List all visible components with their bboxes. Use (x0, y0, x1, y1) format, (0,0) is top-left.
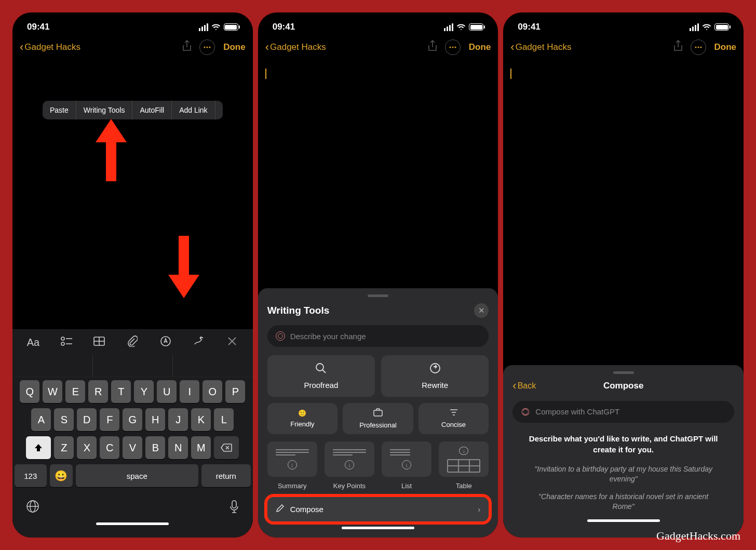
compose-input[interactable]: Compose with ChatGPT (512, 401, 734, 423)
key-o[interactable]: O (203, 380, 222, 403)
back-button[interactable]: ‹ Gadget Hacks (265, 42, 326, 53)
navbar: ‹ Gadget Hacks Done (503, 36, 744, 58)
key-space[interactable]: space (76, 464, 199, 487)
text-format-button[interactable]: Aa (23, 337, 44, 348)
share-icon[interactable] (179, 40, 195, 55)
key-p[interactable]: P (225, 380, 245, 403)
key-b[interactable]: B (145, 436, 165, 459)
key-w[interactable]: W (43, 380, 62, 403)
back-button[interactable]: ‹ Gadget Hacks (20, 42, 80, 53)
ctx-more[interactable] (215, 101, 223, 119)
sheet-title: Writing Tools (267, 305, 330, 316)
ctx-autofill[interactable]: AutoFill (132, 101, 172, 119)
key-l[interactable]: L (214, 408, 234, 431)
wifi-icon (702, 22, 711, 32)
done-button[interactable]: Done (219, 42, 246, 52)
svg-line-25 (322, 370, 326, 373)
proofread-button[interactable]: Proofread (267, 355, 375, 397)
close-sheet-button[interactable]: ✕ (474, 303, 489, 318)
key-j[interactable]: J (168, 408, 188, 431)
key-u[interactable]: U (157, 380, 177, 403)
attachment-button[interactable] (122, 336, 143, 350)
list-button[interactable]: ↓ List (382, 441, 431, 490)
key-d[interactable]: D (77, 408, 97, 431)
keyboard: Q W E R T Y U I O P A S D F G H J K L (12, 377, 253, 538)
key-e[interactable]: E (65, 380, 85, 403)
done-button[interactable]: Done (710, 42, 737, 52)
status-time: 09:41 (273, 22, 295, 32)
key-z[interactable]: Z (54, 436, 74, 459)
battery-icon (224, 23, 238, 31)
back-button[interactable]: ‹ Gadget Hacks (510, 42, 571, 53)
more-icon[interactable] (691, 39, 706, 55)
key-m[interactable]: M (191, 436, 211, 459)
prediction-3[interactable] (173, 355, 253, 377)
draw-button[interactable] (155, 336, 176, 350)
svg-point-7 (61, 342, 64, 345)
key-k[interactable]: K (191, 408, 211, 431)
key-a[interactable]: A (31, 408, 51, 431)
share-icon[interactable] (424, 40, 441, 55)
note-body[interactable] (12, 58, 253, 329)
rewrite-button[interactable]: Rewrite (381, 355, 489, 397)
key-y[interactable]: Y (134, 380, 154, 403)
svg-point-33 (700, 47, 701, 48)
key-q[interactable]: Q (20, 380, 39, 403)
rewrite-icon (429, 363, 441, 377)
key-return[interactable]: return (201, 464, 251, 487)
sheet-back-button[interactable]: ‹ Back (512, 380, 536, 392)
battery-icon (469, 23, 483, 31)
ctx-paste[interactable]: Paste (43, 101, 76, 119)
professional-button[interactable]: Professional (343, 403, 413, 434)
describe-change-input[interactable]: Describe your change (267, 325, 489, 347)
close-toolbar-button[interactable] (222, 337, 242, 348)
compose-example-2: "Character names for a historical novel … (512, 492, 734, 512)
checklist-button[interactable] (56, 337, 77, 348)
keypoints-button[interactable]: ↓ Key Points (325, 441, 374, 490)
prediction-1[interactable] (12, 355, 93, 377)
key-v[interactable]: V (123, 436, 142, 459)
key-shift[interactable] (26, 436, 51, 459)
table-button[interactable]: ↓ Table (439, 441, 489, 490)
summary-button[interactable]: ↓ Summary (267, 441, 317, 490)
home-indicator[interactable] (96, 522, 169, 525)
concise-button[interactable]: Concise (419, 403, 489, 434)
text-cursor (265, 69, 266, 79)
phone-1: 09:41 ‹ Gadget Hacks Done Paste (12, 12, 253, 538)
key-n[interactable]: N (168, 436, 188, 459)
key-c[interactable]: C (100, 436, 119, 459)
ctx-writing-tools[interactable]: Writing Tools (76, 101, 133, 119)
key-delete[interactable] (214, 436, 239, 459)
key-t[interactable]: T (111, 380, 131, 403)
key-f[interactable]: F (100, 408, 119, 431)
home-indicator[interactable] (587, 519, 660, 522)
key-h[interactable]: H (145, 408, 165, 431)
compose-instruction: Describe what you'd like to write, and C… (512, 433, 734, 455)
key-g[interactable]: G (123, 408, 142, 431)
signal-icon (444, 23, 453, 31)
key-i[interactable]: I (180, 380, 199, 403)
done-button[interactable]: Done (465, 42, 491, 52)
writing-tools-button[interactable] (188, 335, 209, 350)
key-s[interactable]: S (54, 408, 74, 431)
globe-icon[interactable] (26, 500, 39, 517)
wifi-icon (456, 22, 466, 32)
key-emoji[interactable]: 😀 (50, 464, 73, 487)
compose-button[interactable]: Compose › (267, 497, 489, 521)
ctx-add-link[interactable]: Add Link (172, 101, 215, 119)
table-button[interactable] (89, 337, 110, 348)
more-icon[interactable] (445, 39, 461, 55)
more-icon[interactable] (199, 39, 215, 55)
prediction-2[interactable] (93, 355, 173, 377)
home-indicator[interactable] (342, 527, 414, 529)
chatgpt-icon (521, 407, 530, 417)
share-icon[interactable] (670, 40, 686, 55)
sheet-grabber[interactable] (613, 371, 634, 374)
key-numbers[interactable]: 123 (15, 464, 47, 487)
key-r[interactable]: R (88, 380, 108, 403)
sheet-grabber[interactable] (368, 294, 388, 297)
friendly-button[interactable]: 🙂 Friendly (267, 403, 338, 434)
mic-icon[interactable] (229, 500, 239, 517)
key-x[interactable]: X (77, 436, 97, 459)
battery-icon (714, 23, 729, 31)
